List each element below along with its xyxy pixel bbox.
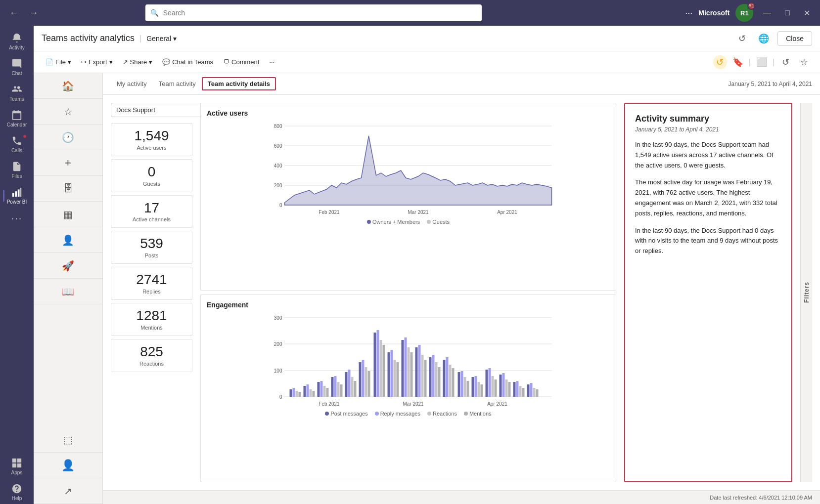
svg-rect-76: [452, 368, 455, 397]
header-separator: |: [139, 34, 141, 43]
svg-rect-79: [464, 377, 466, 397]
more-toolbar-button[interactable]: ···: [265, 56, 278, 68]
svg-rect-34: [307, 384, 309, 397]
side-person2-button[interactable]: 👤: [34, 453, 102, 478]
undo-button[interactable]: ↺: [713, 55, 727, 69]
more-options-icon[interactable]: ···: [685, 8, 692, 18]
svg-rect-44: [340, 384, 343, 397]
svg-rect-31: [296, 391, 298, 397]
side-home-button[interactable]: 🏠: [34, 73, 102, 99]
sidebar-item-powerbi[interactable]: Power BI: [3, 184, 31, 208]
tab-team-activity-details[interactable]: Team activity details: [202, 77, 276, 90]
chat-in-teams-button[interactable]: 💬 Chat in Teams: [158, 56, 217, 68]
sidebar-item-teams[interactable]: Teams: [3, 81, 31, 105]
legend-reply: Reply messages: [375, 411, 420, 417]
side-table-button[interactable]: ⬚: [34, 427, 102, 453]
sidebar-item-more[interactable]: ···: [3, 210, 31, 227]
toolbar: 📄 File ▾ ↦ Export ▾ ↗ Share ▾ 💬 Chat in …: [34, 51, 820, 73]
close-button[interactable]: Close: [777, 31, 812, 46]
svg-rect-58: [391, 350, 393, 397]
star-button[interactable]: ☆: [796, 54, 812, 70]
legend-mentions: Mentions: [464, 411, 492, 417]
svg-rect-3: [20, 188, 21, 197]
comment-button[interactable]: 🗨 Comment: [219, 56, 263, 68]
svg-rect-49: [359, 362, 362, 397]
minimize-button[interactable]: —: [759, 8, 775, 17]
calls-label: Calls: [11, 148, 22, 153]
close-window-button[interactable]: ✕: [800, 8, 814, 18]
active-users-chart-title: Active users: [207, 109, 610, 117]
side-people-button[interactable]: 👤: [34, 227, 102, 253]
svg-rect-100: [536, 389, 539, 397]
sidebar-item-files[interactable]: Files: [3, 158, 31, 182]
metric-active-users: 1,549 Active users: [111, 123, 192, 156]
metric-replies: 2741 Replies: [111, 267, 192, 300]
sidebar-item-activity[interactable]: Activity: [3, 30, 31, 53]
tab-team-activity[interactable]: Team activity: [153, 76, 202, 91]
bell-icon: [11, 33, 22, 43]
legend-guests: Guests: [427, 219, 450, 225]
dropdown-row: Docs Support ▾: [111, 103, 192, 117]
search-input[interactable]: [145, 4, 482, 21]
side-book-button[interactable]: 📖: [34, 279, 102, 304]
svg-text:400: 400: [274, 163, 282, 168]
view-button[interactable]: ⬜: [754, 54, 770, 70]
metric-label-guests: Guests: [117, 181, 186, 187]
svg-rect-59: [394, 360, 396, 397]
tab-date-range: January 5, 2021 to April 4, 2021: [729, 81, 812, 87]
report-body: Docs Support ▾ 1,549 Active users 0 Gues…: [103, 95, 820, 490]
avatar-wrap: R1 R1: [735, 4, 753, 22]
sidebar-item-calls[interactable]: Calls: [3, 132, 31, 156]
sidebar-item-calendar[interactable]: Calendar: [3, 107, 31, 130]
chat-teams-icon: 💬: [162, 58, 170, 66]
side-clock-button[interactable]: 🕐: [34, 125, 102, 150]
tab-my-activity[interactable]: My activity: [111, 76, 153, 91]
refresh2-button[interactable]: ↺: [777, 54, 793, 70]
general-dropdown[interactable]: General ▾: [146, 35, 177, 42]
metric-guests: 0 Guests: [111, 159, 192, 192]
file-icon: 📄: [46, 58, 53, 66]
sidebar-item-help[interactable]: Help: [3, 480, 31, 504]
filters-tab-label: Filters: [803, 282, 810, 303]
metric-value-active-channels: 17: [117, 201, 186, 216]
side-star-button[interactable]: ☆: [34, 99, 102, 125]
left-nav: Activity Chat Teams Calendar Calls Files…: [0, 26, 34, 504]
team-dropdown-label: Docs Support: [116, 106, 155, 114]
svg-rect-71: [435, 362, 438, 397]
svg-rect-64: [410, 352, 413, 397]
svg-rect-37: [318, 382, 320, 397]
svg-rect-99: [533, 388, 536, 397]
app-layout: Activity Chat Teams Calendar Calls Files…: [0, 26, 820, 504]
sidebar-item-apps[interactable]: Apps: [3, 455, 31, 478]
maximize-button[interactable]: □: [781, 8, 794, 17]
bookmark-button[interactable]: 🔖: [730, 54, 746, 70]
refresh-button[interactable]: ↺: [734, 31, 750, 46]
export-button[interactable]: ↦ Export ▾: [77, 56, 117, 68]
engagement-chart-title: Engagement: [207, 301, 610, 309]
side-link-button[interactable]: ↗: [34, 478, 102, 504]
svg-text:300: 300: [274, 315, 282, 321]
svg-rect-39: [323, 386, 326, 397]
metric-label-mentions: Mentions: [117, 325, 186, 331]
side-rocket-button[interactable]: 🚀: [34, 253, 102, 279]
metric-value-active-users: 1,549: [117, 128, 186, 144]
sidebar-item-chat[interactable]: Chat: [3, 55, 31, 79]
app-header: Teams activity analytics | General ▾ ↺ 🌐…: [34, 26, 820, 51]
globe-button[interactable]: 🌐: [756, 31, 772, 46]
divider2: |: [773, 58, 774, 67]
svg-rect-97: [527, 384, 530, 397]
file-button[interactable]: 📄 File ▾: [42, 56, 75, 68]
more-icon: ···: [11, 212, 23, 224]
svg-rect-60: [397, 362, 399, 397]
side-grid-button[interactable]: ▦: [34, 202, 102, 227]
svg-rect-35: [310, 389, 312, 397]
svg-rect-96: [522, 388, 525, 397]
svg-rect-54: [377, 330, 379, 397]
side-db-button[interactable]: 🗄: [34, 176, 102, 202]
filters-tab[interactable]: Filters: [800, 103, 812, 482]
share-button[interactable]: ↗ Share ▾: [119, 56, 157, 68]
forward-button[interactable]: →: [26, 5, 42, 21]
side-add-button[interactable]: +: [34, 150, 102, 176]
svg-text:Feb 2021: Feb 2021: [319, 401, 340, 407]
back-button[interactable]: ←: [6, 5, 22, 21]
